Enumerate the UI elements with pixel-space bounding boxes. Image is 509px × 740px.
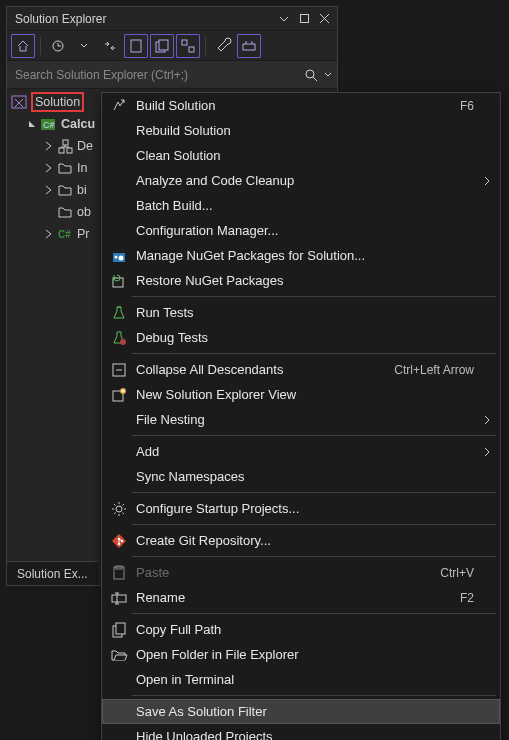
panel-tab[interactable]: Solution Ex... (7, 561, 98, 585)
menu-item-sync-ns[interactable]: Sync Namespaces (102, 464, 500, 489)
sync-icon[interactable] (98, 34, 122, 58)
build-icon (108, 96, 130, 116)
context-menu: Build SolutionF6Rebuild SolutionClean So… (101, 92, 501, 740)
blank-icon (108, 670, 130, 690)
menu-item-paste: PasteCtrl+V (102, 560, 500, 585)
menu-item-label: Batch Build... (130, 198, 480, 213)
menu-item-label: Sync Namespaces (130, 469, 480, 484)
menu-item-analyze[interactable]: Analyze and Code Cleanup (102, 168, 500, 193)
menu-item-label: Rename (130, 590, 460, 605)
menu-item-collapse[interactable]: Collapse All DescendantsCtrl+Left Arrow (102, 357, 500, 382)
csharp-file-icon: C# (57, 226, 73, 242)
close-icon[interactable] (315, 10, 333, 28)
flask-run-icon (108, 303, 130, 323)
expander-closed-icon[interactable] (41, 161, 55, 175)
menu-item-copy-path[interactable]: Copy Full Path (102, 617, 500, 642)
tree-item-label: De (77, 139, 93, 153)
menu-item-label: Build Solution (130, 98, 460, 113)
gear-icon (108, 499, 130, 519)
menu-item-label: Open Folder in File Explorer (130, 647, 480, 662)
menu-item-label: Paste (130, 565, 440, 580)
expander-closed-icon[interactable] (41, 183, 55, 197)
menu-item-hide-unloaded[interactable]: Hide Unloaded Projects (102, 724, 500, 740)
menu-separator (132, 695, 496, 696)
copy-icon (108, 620, 130, 640)
preview-icon[interactable] (237, 34, 261, 58)
csharp-project-icon: C# (41, 116, 57, 132)
history-icon[interactable] (46, 34, 70, 58)
search-input[interactable] (11, 68, 299, 82)
panel-tab-label: Solution Ex... (17, 567, 88, 581)
maximize-icon[interactable] (295, 10, 313, 28)
menu-item-label: Collapse All Descendants (130, 362, 394, 377)
menu-item-save-filter[interactable]: Save As Solution Filter (102, 699, 500, 724)
blank-icon (108, 121, 130, 141)
menu-item-config[interactable]: Configuration Manager... (102, 218, 500, 243)
menu-item-label: Copy Full Path (130, 622, 480, 637)
panel-title: Solution Explorer (15, 12, 273, 26)
separator (40, 37, 41, 55)
blank-icon (108, 410, 130, 430)
menu-item-git[interactable]: Create Git Repository... (102, 528, 500, 553)
menu-item-nuget-restore[interactable]: Restore NuGet Packages (102, 268, 500, 293)
svg-point-17 (115, 255, 118, 258)
wrench-icon[interactable] (211, 34, 235, 58)
solution-icon (11, 94, 27, 110)
menu-item-label: Configure Startup Projects... (130, 501, 480, 516)
menu-item-nuget-manage[interactable]: Manage NuGet Packages for Solution... (102, 243, 500, 268)
menu-item-new-view[interactable]: New Solution Explorer View (102, 382, 500, 407)
menu-item-clean[interactable]: Clean Solution (102, 143, 500, 168)
svg-rect-13 (59, 148, 64, 153)
expander-closed-icon[interactable] (41, 139, 55, 153)
blank-icon (108, 171, 130, 191)
search-icon[interactable] (299, 68, 323, 82)
svg-point-20 (120, 339, 126, 345)
svg-rect-30 (112, 595, 126, 602)
menu-item-label: Hide Unloaded Projects (130, 729, 480, 740)
flask-debug-icon (108, 328, 130, 348)
menu-item-shortcut: Ctrl+V (440, 566, 480, 580)
svg-rect-0 (300, 15, 308, 23)
file-icon[interactable] (124, 34, 148, 58)
search-bar (7, 61, 337, 89)
tree-item-label: In (77, 161, 87, 175)
panel-toolbar (7, 31, 337, 61)
menu-item-open-folder[interactable]: Open Folder in File Explorer (102, 642, 500, 667)
dropdown-arrow-icon[interactable] (275, 10, 293, 28)
menu-item-startup[interactable]: Configure Startup Projects... (102, 496, 500, 521)
svg-rect-5 (182, 40, 187, 45)
tree-item-label: ob (77, 205, 91, 219)
menu-item-file-nesting[interactable]: File Nesting (102, 407, 500, 432)
svg-rect-7 (243, 44, 255, 50)
menu-item-build[interactable]: Build SolutionF6 (102, 93, 500, 118)
menu-item-add[interactable]: Add (102, 439, 500, 464)
dropdown-icon[interactable] (72, 34, 96, 58)
submenu-arrow-icon (480, 176, 494, 186)
home-icon[interactable] (11, 34, 35, 58)
menu-item-rename[interactable]: RenameF2 (102, 585, 500, 610)
svg-rect-9 (12, 96, 26, 108)
menu-item-terminal[interactable]: Open in Terminal (102, 667, 500, 692)
expander-spacer (41, 205, 55, 219)
expander-open-icon[interactable] (25, 117, 39, 131)
menu-item-label: Manage NuGet Packages for Solution... (130, 248, 480, 263)
menu-item-label: Debug Tests (130, 330, 480, 345)
menu-item-run-tests[interactable]: Run Tests (102, 300, 500, 325)
search-dropdown-icon[interactable] (323, 72, 333, 78)
blank-icon (108, 702, 130, 722)
blank-icon (108, 196, 130, 216)
menu-item-label: Open in Terminal (130, 672, 480, 687)
blank-icon (108, 146, 130, 166)
menu-item-debug-tests[interactable]: Debug Tests (102, 325, 500, 350)
menu-separator (132, 492, 496, 493)
menu-item-batch[interactable]: Batch Build... (102, 193, 500, 218)
files-icon[interactable] (150, 34, 174, 58)
menu-item-label: Run Tests (130, 305, 480, 320)
show-all-icon[interactable] (176, 34, 200, 58)
menu-item-label: Configuration Manager... (130, 223, 480, 238)
menu-item-rebuild[interactable]: Rebuild Solution (102, 118, 500, 143)
menu-separator (132, 296, 496, 297)
svg-rect-2 (131, 40, 141, 52)
paste-icon (108, 563, 130, 583)
expander-closed-icon[interactable] (41, 227, 55, 241)
